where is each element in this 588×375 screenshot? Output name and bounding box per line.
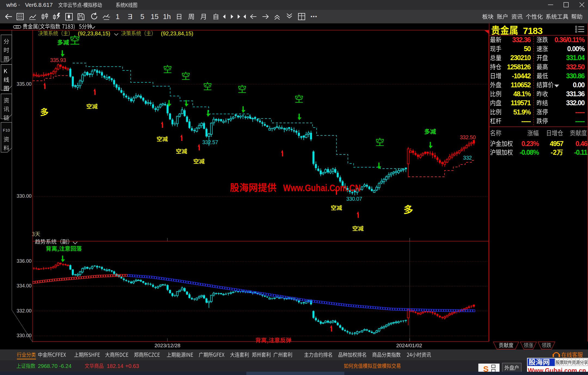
svg-text:334.00: 334.00: [17, 283, 32, 289]
svg-text:332.00: 332.00: [17, 308, 32, 314]
svg-text:2024/01/02: 2024/01/02: [396, 343, 422, 348]
svg-text:51.9%: 51.9%: [513, 108, 531, 116]
svg-text:-6.24: -6.24: [59, 363, 72, 369]
svg-text:Ǝ: Ǝ: [128, 13, 132, 21]
svg-text:2023/12/28: 2023/12/28: [154, 343, 180, 348]
svg-text:-0.08%: -0.08%: [520, 148, 539, 156]
svg-text:331.36: 331.36: [566, 90, 585, 98]
svg-text:F10: F10: [3, 128, 10, 132]
svg-text:15: 15: [151, 13, 159, 21]
svg-text:0.00%: 0.00%: [567, 45, 585, 52]
svg-text:-0.11: -0.11: [574, 148, 588, 156]
svg-text:230210: 230210: [510, 54, 531, 61]
svg-text:48.1%: 48.1%: [513, 90, 531, 98]
svg-text:0.46: 0.46: [575, 140, 587, 147]
svg-text:330.86: 330.86: [566, 72, 585, 80]
svg-text:335.93: 335.93: [50, 57, 66, 63]
svg-text:332.50: 332.50: [460, 134, 476, 140]
svg-text:Ver6.8.617: Ver6.8.617: [25, 2, 53, 8]
svg-text:+0.63: +0.63: [125, 363, 139, 369]
svg-text:7183: 7183: [523, 26, 543, 36]
svg-text:331.04: 331.04: [566, 54, 585, 61]
svg-text:4957: 4957: [550, 140, 563, 147]
svg-text:1258126: 1258126: [507, 63, 531, 71]
svg-text:0.23%: 0.23%: [522, 140, 539, 147]
svg-text:332.50: 332.50: [566, 63, 585, 71]
svg-text:-----: -----: [575, 117, 585, 125]
svg-text:-2: -2: [551, 148, 557, 156]
svg-text:wh6: wh6: [6, 2, 17, 8]
svg-text:110652: 110652: [511, 81, 531, 89]
svg-text:332.36: 332.36: [512, 36, 531, 44]
svg-text:330.00: 330.00: [17, 333, 32, 338]
svg-text:Www.Guhai.Com.CN: Www.Guhai.Com.CN: [283, 182, 361, 193]
svg-text:-----: -----: [575, 108, 585, 116]
svg-text:1h: 1h: [163, 13, 171, 21]
svg-text:...: ...: [310, 10, 317, 19]
svg-text:332.00: 332.00: [566, 99, 585, 107]
svg-text:(92,23,84,15): (92,23,84,15): [161, 30, 193, 36]
svg-text:330.07: 330.07: [346, 196, 362, 202]
svg-text:(92,23,84,15): (92,23,84,15): [78, 30, 110, 36]
svg-text:5: 5: [140, 13, 144, 21]
svg-text:332.57: 332.57: [202, 139, 218, 145]
svg-text:2968.70: 2968.70: [38, 363, 57, 369]
svg-text:182.14: 182.14: [107, 363, 123, 369]
svg-text:-----: -----: [521, 117, 531, 125]
svg-text:-10442: -10442: [512, 72, 531, 80]
svg-text:335.00: 335.00: [17, 81, 32, 87]
svg-text:50: 50: [524, 45, 531, 52]
svg-text:-: -: [18, 2, 20, 8]
svg-text:330.00: 330.00: [17, 193, 32, 199]
svg-text:1: 1: [116, 13, 120, 21]
svg-text:0.00: 0.00: [573, 81, 584, 89]
svg-text:0.36/0.11%: 0.36/0.11%: [555, 36, 585, 44]
svg-text:332: 332: [463, 155, 472, 161]
svg-text:119571: 119571: [511, 99, 531, 107]
svg-text:336.00: 336.00: [17, 258, 32, 264]
